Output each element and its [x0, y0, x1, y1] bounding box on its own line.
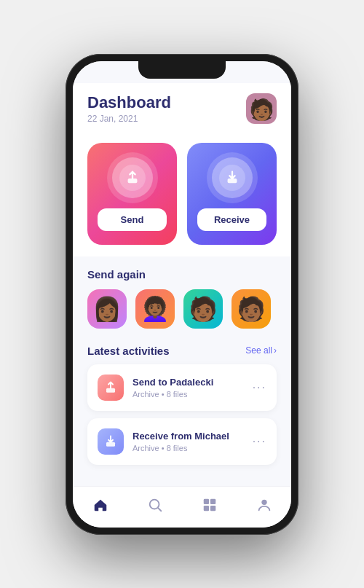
activity-item-send[interactable]: Send to Padalecki Archive • 8 files ···	[87, 364, 277, 411]
contact-avatar-4[interactable]: 🧑🏾	[232, 289, 271, 329]
action-cards: Send Receive	[73, 131, 291, 256]
send-activity-info: Send to Padalecki Archive • 8 files	[132, 377, 244, 399]
bottom-navigation	[73, 486, 291, 528]
user-avatar[interactable]: 🧑🏾	[246, 93, 277, 124]
profile-icon	[256, 497, 272, 513]
activities-title: Latest activities	[87, 345, 170, 357]
search-icon	[147, 497, 163, 513]
chevron-right-icon: ›	[274, 345, 277, 356]
send-activity-sub: Archive • 8 files	[132, 390, 244, 399]
send-again-avatars: 👩🏾 👩🏾‍🦱 🧑🏾 🧑🏾	[87, 289, 277, 329]
header-date: 22 Jan, 2021	[87, 114, 171, 124]
contact-emoji-2: 👩🏾‍🦱	[141, 295, 170, 323]
svg-point-9	[261, 499, 266, 504]
receive-card[interactable]: Receive	[187, 143, 277, 245]
send-activity-icon	[98, 375, 124, 401]
home-icon	[92, 497, 108, 513]
svg-rect-6	[210, 498, 215, 503]
see-all-button[interactable]: See all ›	[245, 345, 277, 356]
contact-avatar-2[interactable]: 👩🏾‍🦱	[135, 289, 175, 329]
receive-activity-sub: Archive • 8 files	[132, 444, 244, 452]
page-title: Dashboard	[87, 93, 171, 112]
send-again-title: Send again	[87, 268, 277, 281]
activity-item-receive[interactable]: Receive from Michael Archive • 8 files ·…	[87, 418, 277, 465]
contact-avatar-3[interactable]: 🧑🏾	[183, 289, 223, 329]
phone-notch	[138, 61, 226, 79]
receive-activity-info: Receive from Michael Archive • 8 files	[132, 431, 244, 452]
send-activity-title: Send to Padalecki	[132, 377, 244, 388]
app-screen: Dashboard 22 Jan, 2021 🧑🏾	[73, 61, 291, 528]
see-all-label: See all	[245, 345, 272, 356]
contact-emoji-4: 🧑🏾	[237, 295, 266, 323]
grid-icon	[202, 497, 218, 513]
receive-activity-menu[interactable]: ···	[253, 435, 266, 448]
nav-item-profile[interactable]	[248, 494, 281, 516]
header: Dashboard 22 Jan, 2021 🧑🏾	[73, 83, 291, 131]
upload-icon	[124, 170, 141, 186]
contact-avatar-1[interactable]: 👩🏾	[87, 289, 127, 329]
contact-emoji-1: 👩🏾	[92, 295, 122, 323]
nav-item-home[interactable]	[84, 494, 117, 516]
phone-device: Dashboard 22 Jan, 2021 🧑🏾	[66, 54, 298, 535]
receive-activity-download-icon	[104, 435, 117, 448]
receive-label: Receive	[197, 208, 266, 231]
send-icon	[119, 165, 146, 191]
svg-rect-5	[203, 498, 208, 503]
receive-icon	[219, 165, 245, 191]
nav-item-search[interactable]	[138, 494, 172, 516]
contact-emoji-3: 🧑🏾	[189, 295, 218, 323]
avatar-emoji: 🧑🏾	[249, 98, 274, 122]
receive-activity-title: Receive from Michael	[132, 431, 244, 442]
send-label: Send	[98, 208, 167, 231]
send-card[interactable]: Send	[87, 143, 177, 245]
svg-rect-8	[210, 505, 215, 510]
send-icon-wrapper	[112, 157, 153, 198]
header-text: Dashboard 22 Jan, 2021	[87, 93, 171, 124]
phone-screen: Dashboard 22 Jan, 2021 🧑🏾	[73, 61, 291, 528]
receive-icon-wrapper	[212, 157, 253, 198]
download-icon	[224, 170, 240, 186]
receive-activity-icon	[98, 428, 124, 455]
nav-item-grid[interactable]	[193, 494, 226, 516]
svg-rect-7	[203, 505, 208, 510]
send-again-section: Send again 👩🏾 👩🏾‍🦱 🧑🏾 🧑🏾	[73, 256, 291, 334]
activities-header: Latest activities See all ›	[73, 334, 291, 364]
send-activity-menu[interactable]: ···	[253, 381, 266, 394]
send-activity-upload-icon	[104, 381, 117, 394]
